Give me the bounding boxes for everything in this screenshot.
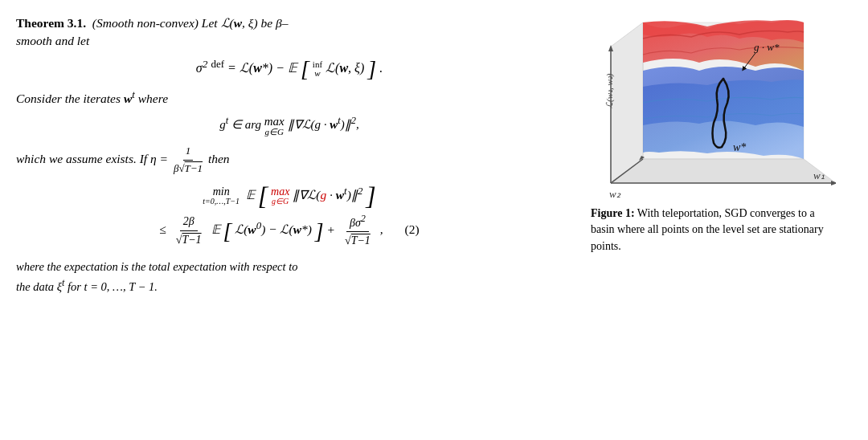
which-text: which we assume exists. If η = 1 β√T−1 t… <box>16 143 563 176</box>
figure-caption: Figure 1: With teleportation, SGD conver… <box>587 206 844 255</box>
theorem-label: Theorem 3.1. <box>16 16 86 30</box>
surface-svg: w* g · w* w₁ w₂ ℒ(w₁, w₂) <box>595 14 836 199</box>
min-line: min t=0,…,T−1 𝔼 [ max g∈G ‖∇ℒ(g · wt)‖2 … <box>203 183 375 207</box>
figure-box: w* g · w* w₁ w₂ ℒ(w₁, w₂) <box>587 14 844 255</box>
min-formula: min t=0,…,T−1 𝔼 [ max g∈G ‖∇ℒ(g · wt)‖2 … <box>203 183 375 207</box>
svg-text:ℒ(w₁, w₂): ℒ(w₁, w₂) <box>604 73 615 108</box>
svg-text:w*: w* <box>733 141 746 153</box>
svg-text:w₂: w₂ <box>609 188 621 199</box>
iterates-text: Consider the iterates wt where <box>16 87 563 108</box>
leq-formula: ≤ 2β √T−1 𝔼 [ ℒ(w0) − ℒ(w*) ] + βσ2 √T−1… <box>159 212 419 250</box>
svg-text:g · w*: g · w* <box>754 41 780 53</box>
svg-marker-3 <box>611 159 836 183</box>
svg-marker-2 <box>611 22 643 183</box>
sigma-formula: σ2 def = ℒ(w*) − 𝔼 [ inf w ℒ(w, ξ) ] . <box>196 61 383 75</box>
left-panel: Theorem 3.1. (Smooth non-convex) Let ℒ(w… <box>16 14 579 426</box>
main-container: Theorem 3.1. (Smooth non-convex) Let ℒ(w… <box>0 0 868 440</box>
svg-text:w₁: w₁ <box>813 169 825 181</box>
sigma-def-block: σ2 def = ℒ(w*) − 𝔼 [ inf w ℒ(w, ξ) ] . <box>16 55 563 79</box>
argmax-math: gt ∈ arg max g∈G ‖∇ℒ(g · wt)‖2, <box>219 118 359 131</box>
leq-line: ≤ 2β √T−1 𝔼 [ ℒ(w0) − ℒ(w*) ] + βσ2 √T−1… <box>159 212 419 250</box>
figure-label: Figure 1: <box>591 207 635 219</box>
right-panel: w* g · w* w₁ w₂ ℒ(w₁, w₂) <box>579 14 852 426</box>
theorem-header: Theorem 3.1. (Smooth non-convex) Let ℒ(w… <box>16 14 563 49</box>
where-text: where the expectation is the total expec… <box>16 259 563 296</box>
figure-image: w* g · w* w₁ w₂ ℒ(w₁, w₂) <box>595 14 836 199</box>
argmax-formula: gt ∈ arg max g∈G ‖∇ℒ(g · wt)‖2, <box>16 113 563 136</box>
min-expectation-block: min t=0,…,T−1 𝔼 [ max g∈G ‖∇ℒ(g · wt)‖2 … <box>16 181 563 252</box>
equation-number: (2) <box>402 222 419 236</box>
